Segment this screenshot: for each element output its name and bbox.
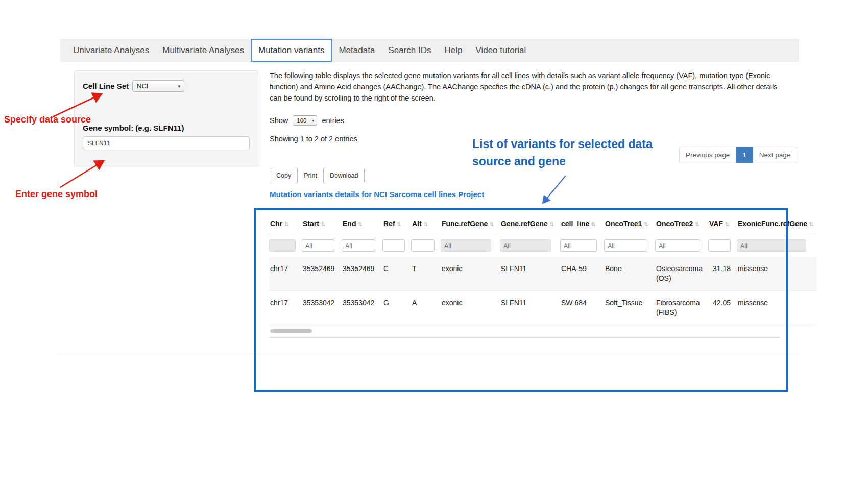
cell-end: 35352469 — [342, 257, 382, 291]
column-label: End — [343, 219, 356, 228]
table-row[interactable]: chr173535246935352469CTexonicSLFN11CHA-5… — [269, 257, 816, 291]
sort-icon: ⇅ — [397, 221, 401, 227]
arrow-to-table — [543, 176, 566, 203]
cell-ref: C — [382, 257, 411, 291]
filter-start[interactable]: All — [302, 239, 334, 252]
column-header-gene-refgene[interactable]: Gene.refGene⇅ — [500, 214, 560, 234]
filter-cell-oncotree2: All — [655, 234, 708, 257]
next-page-button[interactable]: Next page — [753, 147, 797, 163]
filter-oncotree2[interactable]: All — [655, 239, 700, 252]
cell-ref: G — [382, 291, 411, 325]
annotation-variants-list-line2: source and gene — [472, 153, 653, 170]
table-row[interactable]: chr173535304235353042GAexonicSLFN11SW 68… — [269, 291, 816, 325]
column-label: cell_line — [561, 219, 589, 228]
column-header-ref[interactable]: Ref⇅ — [382, 214, 411, 234]
cell-chr: chr17 — [269, 291, 302, 325]
copy-button[interactable]: Copy — [270, 168, 298, 183]
filter-func-refgene[interactable]: All — [441, 239, 491, 252]
sort-icon: ⇅ — [321, 221, 325, 227]
sort-icon: ⇅ — [643, 221, 648, 227]
sort-icon: ⇅ — [809, 221, 813, 227]
filter-cell-ref — [382, 234, 411, 257]
table-header-row: Chr⇅Start⇅End⇅Ref⇅Alt⇅Func.refGene⇅Gene.… — [269, 214, 816, 234]
column-header-chr[interactable]: Chr⇅ — [269, 214, 302, 234]
filter-alt[interactable] — [411, 239, 435, 252]
column-label: OncoTree2 — [656, 219, 693, 228]
tab-help[interactable]: Help — [438, 39, 469, 62]
column-label: OncoTree1 — [605, 219, 642, 228]
show-label: Show — [270, 116, 288, 125]
column-header-start[interactable]: Start⇅ — [302, 214, 342, 234]
tab-univariate-analyses[interactable]: Univariate Analyses — [66, 39, 156, 62]
page-length-select[interactable]: 100 ▾ — [293, 115, 317, 126]
column-label: ExonicFunc.refGene — [738, 219, 807, 228]
filter-cell-end: All — [342, 234, 382, 257]
filter-vaf[interactable] — [708, 239, 731, 252]
gene-symbol-input[interactable] — [83, 136, 250, 150]
top-navbar: Univariate AnalysesMultivariate Analyses… — [60, 39, 799, 62]
cell-exonicfunc-refgene: missense — [737, 291, 816, 325]
filter-exonicfunc-refgene[interactable]: All — [737, 239, 806, 252]
cell-oncotree2: Osteosarcoma (OS) — [655, 257, 708, 291]
column-label: Func.refGene — [442, 219, 488, 228]
cell-line-set-value: NCI — [137, 82, 148, 90]
sort-icon: ⇅ — [489, 221, 494, 227]
column-header-func-refgene[interactable]: Func.refGene⇅ — [441, 214, 500, 234]
variants-table: Chr⇅Start⇅End⇅Ref⇅Alt⇅Func.refGene⇅Gene.… — [269, 214, 816, 325]
column-header-vaf[interactable]: VAF⇅ — [708, 214, 737, 234]
download-button[interactable]: Download — [323, 168, 365, 183]
tab-search-ids[interactable]: Search IDs — [381, 39, 438, 62]
cell-cell-line: CHA-59 — [560, 257, 604, 291]
filter-cell-cell-line: All — [560, 234, 604, 257]
annotation-enter-gene-symbol: Enter gene symbol — [15, 189, 98, 200]
pagination: Previous page 1 Next page — [679, 147, 797, 163]
tab-mutation-variants[interactable]: Mutation variants — [251, 39, 332, 62]
scrollbar-thumb[interactable] — [270, 329, 312, 333]
cell-line-set-select[interactable]: NCI ▾ — [132, 80, 184, 92]
annotation-specify-data-source: Specify data source — [4, 114, 91, 125]
sort-icon: ⇅ — [725, 221, 729, 227]
cell-alt: A — [411, 291, 441, 325]
table-title: Mutation variants details for NCI Sarcom… — [270, 190, 484, 199]
filter-cell-chr — [269, 234, 302, 257]
sort-icon: ⇅ — [284, 221, 288, 227]
filter-oncotree1[interactable]: All — [604, 239, 647, 252]
tab-video-tutorial[interactable]: Video tutorial — [469, 39, 533, 62]
annotation-variants-list-line1: List of variants for selected data — [472, 135, 653, 153]
print-button[interactable]: Print — [297, 168, 324, 183]
column-label: Chr — [270, 219, 282, 228]
column-label: VAF — [709, 219, 723, 228]
cell-line-set-label: Cell Line Set — [83, 82, 129, 90]
cell-start: 35352469 — [302, 257, 342, 291]
filter-cell-line[interactable]: All — [560, 239, 597, 252]
column-header-end[interactable]: End⇅ — [342, 214, 382, 234]
cell-start: 35353042 — [302, 291, 342, 325]
mutation-variants-page: Univariate AnalysesMultivariate Analyses… — [0, 0, 868, 488]
filter-end[interactable]: All — [342, 239, 375, 252]
cell-oncotree1: Soft_Tissue — [604, 291, 655, 325]
filter-cell-exonicfunc-refgene: All — [737, 234, 816, 257]
column-header-cell-line[interactable]: cell_line⇅ — [560, 214, 604, 234]
sort-icon: ⇅ — [694, 221, 699, 227]
column-header-exonicfunc-refgene[interactable]: ExonicFunc.refGene⇅ — [737, 214, 816, 234]
chevron-down-icon: ▾ — [312, 118, 314, 123]
filter-chr[interactable] — [269, 239, 296, 252]
show-entries-row: Show 100 ▾ entries — [270, 115, 344, 126]
column-header-alt[interactable]: Alt⇅ — [411, 214, 441, 234]
previous-page-button[interactable]: Previous page — [680, 147, 736, 163]
page-divider — [60, 355, 799, 355]
horizontal-scrollbar[interactable] — [269, 329, 780, 333]
export-buttons: Copy Print Download — [270, 168, 365, 183]
column-header-oncotree1[interactable]: OncoTree1⇅ — [604, 214, 655, 234]
sort-icon: ⇅ — [591, 221, 595, 227]
cell-exonicfunc-refgene: missense — [737, 257, 816, 291]
filter-gene-refgene[interactable]: All — [500, 239, 551, 252]
table-bottom-border — [269, 337, 780, 338]
filter-ref[interactable] — [382, 239, 405, 252]
column-header-oncotree2[interactable]: OncoTree2⇅ — [655, 214, 708, 234]
current-page-button[interactable]: 1 — [736, 147, 753, 163]
entries-label: entries — [322, 116, 344, 125]
tab-multivariate-analyses[interactable]: Multivariate Analyses — [156, 39, 251, 62]
tab-metadata[interactable]: Metadata — [332, 39, 381, 62]
showing-info: Showing 1 to 2 of 2 entries — [270, 135, 357, 143]
